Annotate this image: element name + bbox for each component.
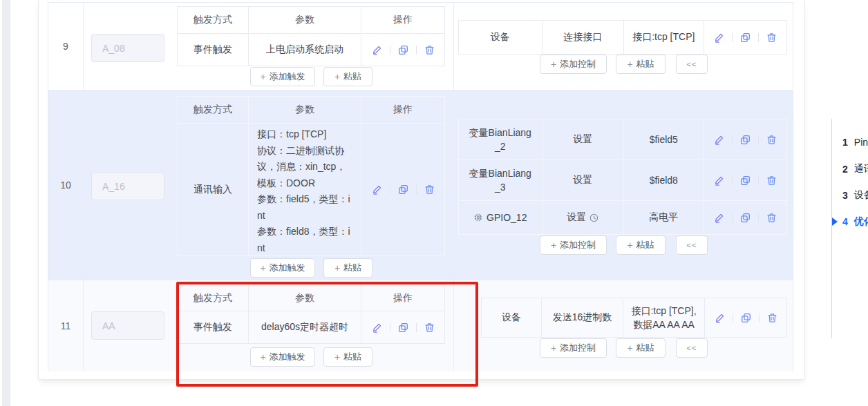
- row-actions: [714, 135, 777, 145]
- control-param-cell: 接口:tcp [TCP]: [624, 21, 704, 54]
- edit-icon[interactable]: [714, 175, 724, 186]
- anchor-num: 2: [842, 164, 848, 175]
- collapse-button[interactable]: <<: [676, 235, 708, 255]
- copy-icon[interactable]: [398, 45, 408, 55]
- divider: [732, 213, 733, 222]
- copy-icon[interactable]: [740, 175, 751, 186]
- delete-icon[interactable]: [424, 184, 435, 195]
- divider: [758, 135, 759, 144]
- trigger-table: 触发方式 参数 操作 通讯输入 接口：tcp [TCP] 协议：二进制测试协 议…: [177, 96, 445, 256]
- trigger-header-param: 参数: [249, 285, 361, 311]
- trigger-header-ops: 操作: [361, 97, 444, 124]
- anchor-label: Pin: [854, 137, 868, 148]
- paste-control-button[interactable]: +粘贴: [616, 235, 666, 255]
- delete-icon[interactable]: [766, 213, 777, 223]
- copy-icon[interactable]: [741, 313, 751, 323]
- rules-table: 9 触发方式 参数 操作 事件触发 上电启动系统启动: [48, 2, 793, 371]
- delete-icon[interactable]: [766, 32, 777, 43]
- delete-icon[interactable]: [766, 175, 777, 186]
- delete-icon[interactable]: [424, 322, 435, 333]
- plus-icon: +: [334, 352, 340, 362]
- trigger-table: 触发方式 参数 操作 事件触发 delay60s定时器超时: [177, 284, 445, 344]
- trigger-param-cell: delay60s定时器超时: [249, 311, 361, 343]
- divider: [758, 176, 759, 185]
- divider: [732, 135, 733, 144]
- paste-control-button[interactable]: +粘贴: [616, 55, 666, 74]
- anchor-num: 3: [842, 190, 848, 201]
- edit-icon[interactable]: [372, 322, 382, 333]
- collapse-button[interactable]: <<: [676, 338, 708, 358]
- copy-icon[interactable]: [740, 135, 751, 145]
- edit-icon[interactable]: [372, 45, 382, 55]
- column-divider: [83, 3, 84, 370]
- anchor-nav-line: [831, 119, 832, 338]
- control-action-label: 设置: [567, 211, 586, 224]
- add-trigger-button[interactable]: +添加触发: [250, 67, 315, 86]
- control-ops-cell: [705, 298, 786, 337]
- trigger-header-param: 参数: [249, 7, 361, 34]
- add-control-button[interactable]: +添加控制: [540, 55, 607, 74]
- control-target-line: _2: [495, 139, 506, 153]
- edit-icon[interactable]: [714, 32, 724, 43]
- plus-icon: +: [627, 240, 632, 250]
- copy-icon[interactable]: [740, 32, 751, 43]
- control-ops-cell: [704, 21, 787, 54]
- row-actions: [715, 313, 777, 323]
- row-actions: [714, 32, 777, 43]
- table-row-9: 9 触发方式 参数 操作 事件触发 上电启动系统启动: [48, 3, 793, 90]
- row-actions: [714, 175, 777, 186]
- control-target-cell: 变量BianLiang _2: [459, 119, 542, 160]
- edit-icon[interactable]: [715, 313, 725, 323]
- delete-icon[interactable]: [766, 135, 777, 145]
- table-row-10: 10 触发方式 参数 操作 通讯输入 接口：tcp [TCP] 协议：二进制测试…: [48, 90, 793, 280]
- trigger-header-type: 触发方式: [178, 285, 249, 311]
- edit-icon[interactable]: [372, 184, 382, 195]
- plus-icon: +: [551, 59, 556, 69]
- row-actions: [714, 213, 777, 223]
- anchor-nav-item-3[interactable]: 3 设备: [842, 189, 868, 202]
- copy-icon[interactable]: [398, 184, 408, 195]
- add-trigger-button[interactable]: +添加触发: [250, 258, 315, 278]
- anchor-num: 4: [842, 216, 848, 227]
- copy-icon[interactable]: [740, 213, 751, 223]
- control-param-cell: $field5: [624, 119, 704, 160]
- row-actions: [372, 322, 435, 333]
- anchor-nav-item-4[interactable]: 4 优化: [842, 215, 868, 228]
- param-line: 协议：二进制测试协: [257, 143, 344, 160]
- add-control-button[interactable]: +添加控制: [540, 235, 607, 255]
- delete-icon[interactable]: [767, 313, 777, 323]
- paste-trigger-button[interactable]: +粘贴: [323, 67, 372, 86]
- paste-trigger-button[interactable]: +粘贴: [323, 347, 372, 367]
- copy-icon[interactable]: [398, 322, 408, 333]
- add-control-button[interactable]: +添加控制: [540, 338, 607, 358]
- anchor-nav-item-2[interactable]: 2 通讯: [842, 163, 868, 175]
- delete-icon[interactable]: [424, 45, 435, 55]
- trigger-type-cell: 通讯输入: [178, 124, 249, 255]
- trigger-ops-cell: [361, 124, 444, 255]
- control-ops-cell: [704, 119, 787, 160]
- paste-trigger-button[interactable]: +粘贴: [323, 258, 372, 278]
- rule-name-input[interactable]: [91, 34, 164, 62]
- rule-name-input[interactable]: [91, 172, 164, 200]
- trigger-header-param: 参数: [249, 97, 361, 124]
- plus-icon: +: [551, 240, 556, 250]
- divider: [733, 313, 733, 322]
- plus-icon: +: [260, 72, 265, 81]
- anchor-nav-item-1[interactable]: 1 Pin: [842, 137, 868, 148]
- edit-icon[interactable]: [714, 135, 724, 145]
- add-trigger-button[interactable]: +添加触发: [250, 347, 315, 367]
- row-actions: [372, 45, 435, 55]
- collapse-button[interactable]: <<: [676, 55, 708, 74]
- rule-name-input[interactable]: [91, 311, 164, 340]
- divider: [390, 46, 390, 55]
- row-index: 11: [48, 280, 83, 371]
- control-target-cell: 设备: [482, 298, 542, 337]
- plus-icon: +: [627, 343, 632, 353]
- trigger-header-type: 触发方式: [178, 7, 249, 34]
- paste-control-button[interactable]: +粘贴: [616, 338, 666, 358]
- trigger-type-cell: 事件触发: [178, 311, 249, 343]
- param-line: 接口：tcp [TCP]: [257, 126, 326, 143]
- edit-icon[interactable]: [714, 213, 724, 223]
- control-param-cell: 接口:tcp [TCP], 数据AA AA AA: [623, 298, 705, 337]
- control-target-cell: GPIO_12: [459, 201, 542, 234]
